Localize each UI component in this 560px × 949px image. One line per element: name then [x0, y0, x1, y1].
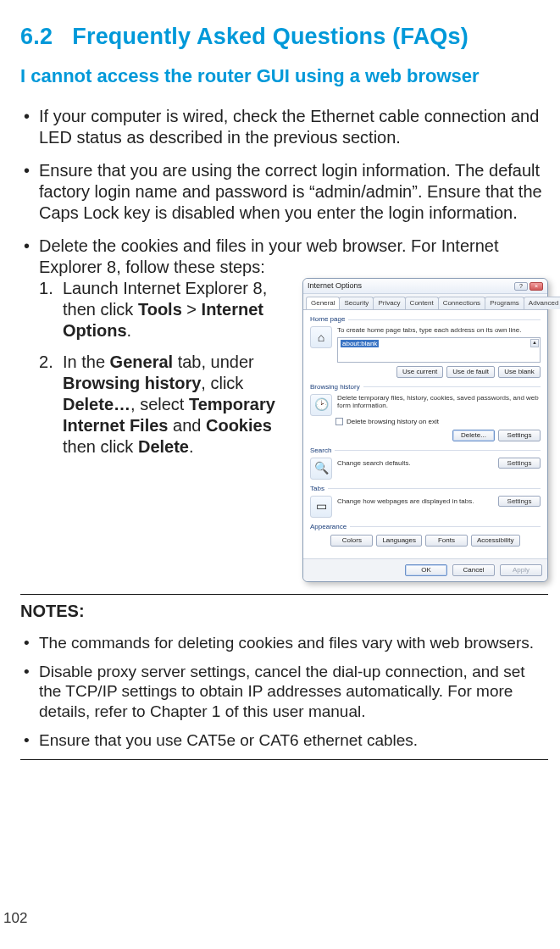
- cancel-button[interactable]: Cancel: [452, 564, 495, 576]
- homepage-value: about:blank: [341, 340, 379, 348]
- ok-button[interactable]: OK: [405, 564, 447, 576]
- home-icon: ⌂: [310, 326, 332, 348]
- notes-heading: NOTES:: [20, 602, 548, 621]
- note-item: Ensure that you use CAT5e or CAT6 ethern…: [20, 730, 548, 751]
- group-title: Home page: [310, 315, 541, 324]
- colors-button[interactable]: Colors: [330, 535, 373, 547]
- tab-privacy[interactable]: Privacy: [373, 297, 405, 309]
- history-icon: 🕑: [310, 394, 332, 416]
- step-item: Launch Internet Explorer 8, then click T…: [39, 278, 296, 341]
- tabs-icon: ▭: [310, 496, 332, 518]
- dialog-titlebar: Internet Options ? ×: [303, 279, 547, 294]
- languages-button[interactable]: Languages: [376, 535, 422, 547]
- note-item: The commands for deleting cookies and fi…: [20, 633, 548, 653]
- apply-button[interactable]: Apply: [500, 564, 542, 576]
- history-desc: Delete temporary files, history, cookies…: [337, 394, 541, 410]
- divider: [20, 594, 548, 595]
- delete-button[interactable]: Delete...: [452, 430, 495, 441]
- homepage-desc: To create home page tabs, type each addr…: [337, 326, 541, 335]
- tab-general[interactable]: General: [306, 297, 340, 309]
- faq-bullet-list: If your computer is wired, check the Eth…: [20, 106, 548, 582]
- group-title: Tabs: [310, 485, 541, 493]
- search-icon: 🔍: [310, 458, 332, 480]
- bullet-item: Delete the cookies and files in your web…: [20, 236, 548, 582]
- group-browsing-history: Browsing history 🕑 Delete temporary file…: [310, 383, 541, 441]
- tab-programs[interactable]: Programs: [485, 297, 524, 309]
- group-search: Search 🔍 Change search defaults. Setting…: [310, 447, 541, 480]
- faq-question: I cannot access the router GUI using a w…: [20, 65, 548, 87]
- bullet-item: If your computer is wired, check the Eth…: [20, 106, 548, 148]
- section-title: Frequently Asked Questions (FAQs): [72, 24, 469, 49]
- step-list: Launch Internet Explorer 8, then click T…: [39, 278, 296, 468]
- step-item: In the General tab, under Browsing histo…: [39, 352, 296, 458]
- search-desc: Change search defaults.: [337, 459, 411, 468]
- help-button[interactable]: ?: [514, 282, 528, 291]
- tab-content[interactable]: Content: [405, 297, 439, 309]
- note-item: Disable proxy server settings, cancel th…: [20, 662, 548, 722]
- group-tabs: Tabs ▭ Change how webpages are displayed…: [310, 485, 541, 518]
- tabs-desc: Change how webpages are displayed in tab…: [337, 497, 474, 506]
- history-settings-button[interactable]: Settings: [498, 430, 541, 441]
- tabs-settings-button[interactable]: Settings: [498, 496, 541, 508]
- search-settings-button[interactable]: Settings: [498, 458, 541, 469]
- section-number: 6.2: [20, 24, 53, 49]
- delete-on-exit-label: Delete browsing history on exit: [347, 418, 439, 426]
- scroll-up-icon[interactable]: ▲: [530, 339, 539, 347]
- group-title: Search: [310, 447, 541, 455]
- bullet-item: Ensure that you are using the correct lo…: [20, 160, 548, 224]
- close-button[interactable]: ×: [530, 282, 543, 291]
- tab-connections[interactable]: Connections: [438, 297, 485, 309]
- tab-advanced[interactable]: Advanced: [524, 297, 560, 309]
- accessibility-button[interactable]: Accessibility: [471, 535, 520, 547]
- internet-options-dialog: Internet Options ? × General Security Pr…: [302, 278, 548, 582]
- group-homepage: Home page ⌂ To create home page tabs, ty…: [310, 315, 541, 378]
- section-heading: 6.2 Frequently Asked Questions (FAQs): [20, 24, 548, 50]
- dialog-title: Internet Options: [308, 281, 362, 291]
- use-default-button[interactable]: Use de fault: [446, 366, 495, 378]
- homepage-address-field[interactable]: about:blank ▲: [337, 337, 541, 363]
- page-number: 102: [3, 910, 27, 927]
- group-appearance: Appearance Colors Languages Fonts Access…: [310, 523, 541, 547]
- fonts-button[interactable]: Fonts: [425, 535, 468, 547]
- use-current-button[interactable]: Use current: [396, 366, 443, 378]
- divider: [20, 759, 548, 760]
- dialog-body: Home page ⌂ To create home page tabs, ty…: [303, 309, 547, 558]
- notes-list: The commands for deleting cookies and fi…: [20, 633, 548, 751]
- group-title: Appearance: [310, 523, 541, 531]
- dialog-footer: OK Cancel Apply: [303, 558, 547, 581]
- tab-security[interactable]: Security: [339, 297, 374, 309]
- bullet-text: Delete the cookies and files in your web…: [39, 236, 499, 276]
- use-blank-button[interactable]: Use blank: [498, 366, 541, 378]
- dialog-tabs: General Security Privacy Content Connect…: [303, 294, 547, 309]
- group-title: Browsing history: [310, 383, 541, 391]
- delete-on-exit-checkbox[interactable]: [335, 418, 343, 425]
